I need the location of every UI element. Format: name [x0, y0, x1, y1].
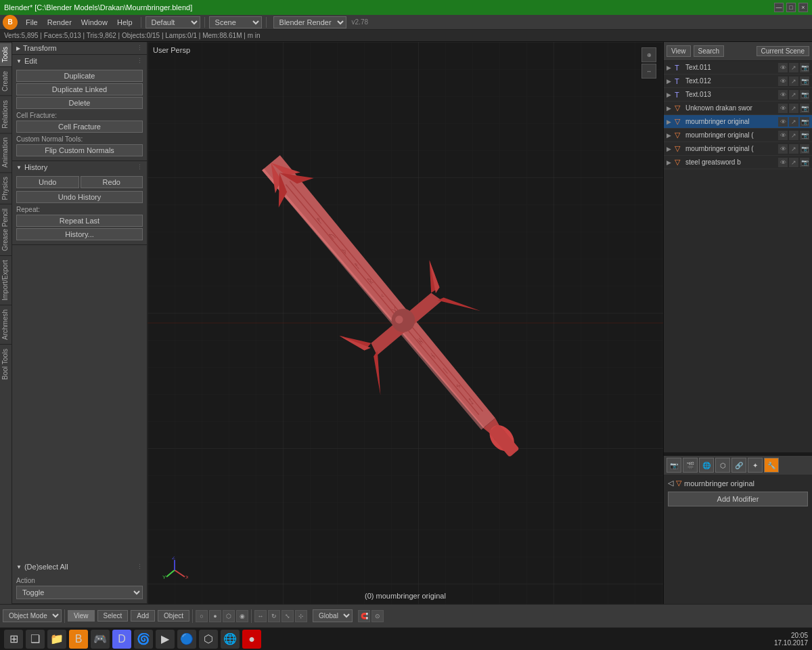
- taskbar-app5[interactable]: ▶: [156, 630, 175, 649]
- menu-render[interactable]: Render: [43, 17, 76, 28]
- deselect-header[interactable]: ▼ (De)select All ⋮: [12, 561, 147, 573]
- outliner-select-icon[interactable]: ↗: [789, 90, 798, 100]
- outliner-row-unknown[interactable]: ▶ ▽ Unknown drakan swor 👁 ↗ 📷: [664, 102, 812, 115]
- outliner-row-mournbringer[interactable]: ▶ ▽ mournbringer original 👁 ↗ 📷: [664, 115, 812, 129]
- outliner-visibility-icon[interactable]: 👁: [778, 90, 788, 100]
- scene-props-icon[interactable]: 🎬: [683, 458, 698, 473]
- tab-archmesh[interactable]: Archmesh: [0, 305, 12, 344]
- scene-select[interactable]: Scene: [209, 16, 262, 28]
- duplicate-button[interactable]: Duplicate: [16, 70, 143, 82]
- nav-btn-2[interactable]: ↔: [641, 64, 656, 79]
- outliner-visibility-icon[interactable]: 👁: [778, 104, 788, 113]
- tab-grease-pencil[interactable]: Grease Pencil: [0, 204, 12, 255]
- outliner-row-text012[interactable]: ▶ T Text.012 👁 ↗ 📷: [664, 74, 812, 88]
- menu-file[interactable]: File: [22, 17, 42, 28]
- delete-button[interactable]: Delete: [16, 97, 143, 109]
- outliner-select-icon[interactable]: ↗: [789, 63, 798, 72]
- tab-physics[interactable]: Physics: [0, 172, 12, 204]
- taskbar-app3[interactable]: D: [112, 630, 131, 649]
- outliner-select-icon[interactable]: ↗: [789, 131, 798, 140]
- taskbar-app1[interactable]: B: [69, 630, 88, 649]
- outliner-row-text011[interactable]: ▶ T Text.011 👁 ↗ 📷: [664, 61, 812, 74]
- camera-props-icon[interactable]: 📷: [667, 458, 681, 473]
- nav-btn-1[interactable]: ⊕: [641, 47, 656, 62]
- outliner-render-icon[interactable]: 📷: [800, 117, 809, 127]
- outliner-select-icon[interactable]: ↗: [789, 77, 798, 86]
- outliner-render-icon[interactable]: 📷: [800, 63, 809, 72]
- outliner-render-icon[interactable]: 📷: [800, 90, 809, 100]
- tab-import-export[interactable]: Import/Export: [0, 255, 12, 305]
- redo-button[interactable]: Redo: [81, 176, 143, 188]
- solid-icon[interactable]: ●: [209, 610, 221, 622]
- outliner-visibility-icon[interactable]: 👁: [778, 77, 788, 86]
- world-props-icon[interactable]: 🌐: [699, 458, 714, 473]
- mode-select[interactable]: Object Mode: [3, 609, 62, 622]
- wireframe-icon[interactable]: ○: [196, 610, 208, 622]
- explorer-icon[interactable]: 📁: [47, 630, 66, 649]
- tab-animation[interactable]: Animation: [0, 133, 12, 171]
- object-props-icon[interactable]: ⬡: [715, 458, 730, 473]
- undo-button[interactable]: Undo: [16, 176, 79, 188]
- particles-icon[interactable]: ✦: [748, 458, 763, 473]
- taskbar-app4[interactable]: 🌀: [134, 630, 153, 649]
- outliner-visibility-icon[interactable]: 👁: [778, 158, 788, 167]
- rendered-icon[interactable]: ◉: [236, 610, 248, 622]
- outliner-visibility-icon[interactable]: 👁: [778, 131, 788, 140]
- translate-icon[interactable]: ↔: [254, 610, 267, 622]
- outliner-select-icon[interactable]: ↗: [789, 144, 798, 154]
- undo-history-button[interactable]: Undo History: [16, 191, 143, 203]
- transform-icon[interactable]: ⊹: [295, 610, 307, 622]
- outliner-select-icon[interactable]: ↗: [789, 117, 798, 127]
- start-button[interactable]: ⊞: [4, 630, 23, 649]
- tab-create[interactable]: Create: [0, 66, 12, 95]
- tab-bool-tools[interactable]: Bool Tools: [0, 344, 12, 384]
- toggle-select[interactable]: Toggle: [16, 586, 143, 599]
- history-btn[interactable]: History...: [16, 228, 143, 240]
- outliner-select-icon[interactable]: ↗: [789, 158, 798, 167]
- outliner-render-icon[interactable]: 📷: [800, 144, 809, 154]
- viewport[interactable]: User Persp: [148, 42, 663, 604]
- modifiers-icon[interactable]: 🔧: [764, 458, 779, 473]
- outliner-row-text013[interactable]: ▶ T Text.013 👁 ↗ 📷: [664, 88, 812, 102]
- outliner-row-mournbringer2[interactable]: ▶ ▽ mournbringer original ( 👁 ↗ 📷: [664, 129, 812, 142]
- outliner-row-steel[interactable]: ▶ ▽ steel greatsword b 👁 ↗ 📷: [664, 156, 812, 169]
- outliner-visibility-icon[interactable]: 👁: [778, 117, 788, 127]
- snap-icon[interactable]: 🧲: [358, 610, 370, 622]
- proportional-icon[interactable]: ⊙: [371, 610, 384, 622]
- taskbar-app6[interactable]: 🔵: [177, 630, 196, 649]
- scale-icon[interactable]: ⤡: [281, 610, 294, 622]
- outliner-row-mournbringer3[interactable]: ▶ ▽ mournbringer original ( 👁 ↗ 📷: [664, 142, 812, 156]
- minimize-button[interactable]: —: [774, 3, 784, 12]
- add-menu-btn[interactable]: Add: [131, 610, 155, 622]
- object-menu-btn[interactable]: Object: [158, 610, 189, 622]
- view-menu-btn[interactable]: View: [68, 610, 95, 622]
- pivot-select[interactable]: Global: [313, 609, 353, 622]
- outliner[interactable]: ▶ T Text.011 👁 ↗ 📷 ▶ T Text.012 👁 ↗ 📷: [664, 61, 812, 452]
- taskbar-app2[interactable]: 🎮: [91, 630, 110, 649]
- constraints-icon[interactable]: 🔗: [731, 458, 746, 473]
- taskbar-app9[interactable]: ●: [242, 630, 261, 649]
- rotate-icon[interactable]: ↻: [268, 610, 280, 622]
- select-menu-btn[interactable]: Select: [97, 610, 129, 622]
- maximize-button[interactable]: □: [786, 3, 796, 12]
- close-button[interactable]: ×: [798, 3, 808, 12]
- tab-tools[interactable]: Tools: [0, 42, 12, 66]
- view-tab[interactable]: View: [667, 45, 691, 57]
- transform-header[interactable]: ▶ Transform ⋮: [12, 42, 147, 54]
- outliner-render-icon[interactable]: 📷: [800, 158, 809, 167]
- tab-relations[interactable]: Relations: [0, 95, 12, 133]
- add-modifier-button[interactable]: Add Modifier: [668, 492, 808, 506]
- history-header[interactable]: ▼ History ⋮: [12, 161, 147, 173]
- outliner-visibility-icon[interactable]: 👁: [778, 63, 788, 72]
- edit-header[interactable]: ▼ Edit ⋮: [12, 55, 147, 67]
- menu-window[interactable]: Window: [77, 17, 112, 28]
- outliner-render-icon[interactable]: 📷: [800, 104, 809, 113]
- outliner-render-icon[interactable]: 📷: [800, 77, 809, 86]
- cell-fracture-button[interactable]: Cell Fracture: [16, 121, 143, 133]
- taskbar-app8[interactable]: 🌐: [221, 630, 240, 649]
- screen-layout-select[interactable]: Default: [145, 16, 200, 28]
- menu-help[interactable]: Help: [113, 17, 137, 28]
- duplicate-linked-button[interactable]: Duplicate Linked: [16, 83, 143, 95]
- repeat-last-button[interactable]: Repeat Last: [16, 215, 143, 227]
- outliner-visibility-icon[interactable]: 👁: [778, 144, 788, 154]
